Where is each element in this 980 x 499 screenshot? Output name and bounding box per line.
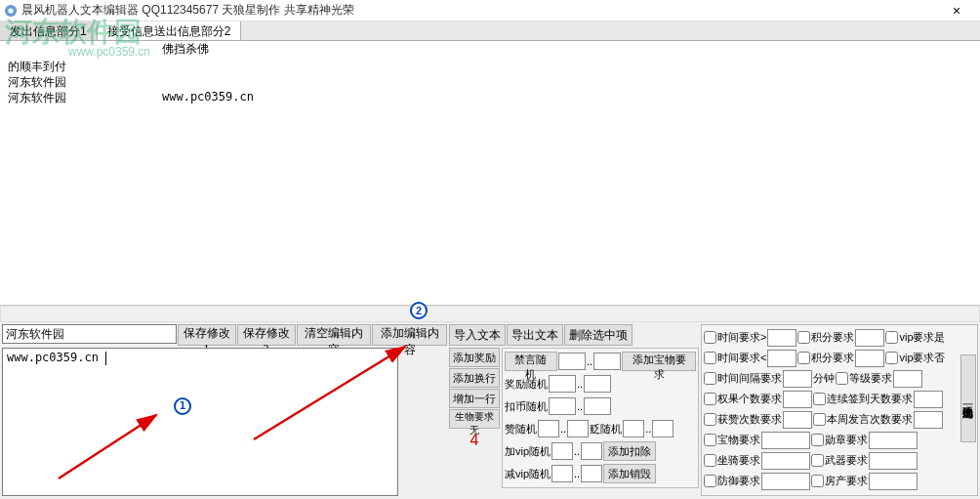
mount-label: 坐骑要求 (717, 453, 760, 468)
svg-point-1 (8, 8, 13, 13)
level-check[interactable] (836, 372, 848, 385)
random-panel: 禁言随机 .. 添加宝物要求 奖励随机 .. 扣币随机 .. 赞随机 .. 贬随… (502, 348, 699, 488)
interval-check[interactable] (704, 372, 716, 385)
import-text-button[interactable]: 导入文本 (449, 324, 506, 346)
property-check[interactable] (811, 475, 824, 487)
praise-check[interactable] (704, 413, 716, 426)
fruitcount-input[interactable] (783, 391, 812, 408)
subvip-random-label: 减vip随机 (505, 467, 551, 481)
horizontal-scrollbar[interactable] (0, 306, 980, 322)
vip-no-check[interactable] (885, 352, 898, 364)
export-text-button[interactable]: 导出文本 (507, 324, 563, 346)
list-row[interactable]: 河东软件园 www.pc0359.cn (8, 90, 972, 105)
clear-edit-button[interactable]: 清空编辑内容 (297, 324, 372, 346)
treasure-check[interactable] (704, 434, 716, 446)
add-treasure-req-button[interactable]: 添加宝物要求 (622, 352, 696, 371)
addvip-min-input[interactable] (551, 442, 573, 460)
bio-req-none-button[interactable]: 生物要求无 (449, 409, 500, 429)
weapon-check[interactable] (811, 454, 824, 467)
blame-min-input[interactable] (623, 420, 644, 437)
add-row-button[interactable]: 增加一行 (449, 389, 500, 408)
ban-min-input[interactable] (558, 353, 586, 370)
score-req2-check[interactable] (797, 352, 810, 364)
addvip-max-input[interactable] (581, 442, 602, 460)
signin-check[interactable] (813, 393, 826, 405)
left-column: 保存修改1 保存修改2 清空编辑内容 添加编辑内容 www.pc0359.cn … (2, 324, 447, 496)
time-lt-label: 时间要求< (717, 351, 766, 365)
time-lt-check[interactable] (704, 352, 716, 364)
ban-random-button[interactable]: 禁言随机 (505, 352, 557, 371)
list-row[interactable]: 的顺丰到付 (8, 59, 972, 74)
reward-max-input[interactable] (584, 375, 611, 393)
close-button[interactable]: × (937, 1, 976, 21)
titlebar: 晨风机器人文本编辑器 QQ112345677 天狼星制作 共享精神光荣 × (0, 0, 980, 21)
signin-label: 连续签到天数要求 (827, 392, 913, 406)
time-lt-input[interactable] (767, 350, 796, 367)
mount-check[interactable] (704, 454, 716, 467)
tab-send-part1[interactable]: 发出信息部分1 (0, 21, 98, 40)
list-view[interactable]: 的顺丰到付 河东软件园 河东软件园 www.pc0359.cn (0, 59, 980, 306)
signin-input[interactable] (914, 391, 943, 408)
weapon-input[interactable] (869, 452, 918, 470)
score-req2-input[interactable] (855, 350, 884, 367)
praise-label: 获赞次数要求 (717, 412, 782, 427)
save1-button[interactable]: 保存修改1 (178, 324, 236, 346)
range-dots: .. (577, 400, 583, 412)
time-gt-input[interactable] (767, 329, 796, 347)
tab-receive-send-part2[interactable]: 接受信息送出信息部分2 (98, 21, 242, 40)
level-label: 等级要求 (849, 371, 892, 386)
fruitcount-check[interactable] (704, 393, 716, 405)
defense-label: 防御要求 (717, 474, 760, 488)
medal-check[interactable] (811, 434, 824, 446)
subvip-min-input[interactable] (551, 465, 573, 482)
range-dots: .. (574, 468, 580, 479)
reward-min-input[interactable] (549, 375, 576, 393)
praise-min-input[interactable] (538, 420, 559, 437)
property-input[interactable] (869, 473, 918, 490)
vip-yes-check[interactable] (885, 331, 898, 344)
range-dots: .. (577, 378, 583, 390)
praise-input[interactable] (783, 411, 812, 429)
window-title: 晨风机器人文本编辑器 QQ112345677 天狼星制作 共享精神光荣 (21, 2, 937, 19)
list-row[interactable]: 河东软件园 (8, 74, 972, 90)
level-input[interactable] (893, 370, 922, 388)
weekspeak-input[interactable] (914, 411, 943, 429)
add-reward-button[interactable]: 添加奖励 (449, 348, 500, 367)
requirements-panel: 时间要求> 积分要求 vip要求是 时间要求< 积分要求 vip要求否 时间间隔… (701, 324, 978, 496)
add-edit-button[interactable]: 添加编辑内容 (372, 324, 447, 346)
time-gt-check[interactable] (704, 331, 716, 344)
save2-button[interactable]: 保存修改2 (237, 324, 296, 346)
confirm-add-options-button[interactable]: 确定统一添加选项 (960, 354, 976, 442)
medal-input[interactable] (869, 432, 918, 449)
defense-check[interactable] (704, 475, 716, 487)
medal-label: 勋章要求 (825, 433, 868, 447)
blame-max-input[interactable] (652, 420, 674, 437)
score-req1-check[interactable] (797, 331, 810, 344)
deduct-min-input[interactable] (549, 397, 576, 415)
ban-max-input[interactable] (593, 353, 621, 370)
app-icon (4, 4, 18, 18)
addvip-random-label: 加vip随机 (505, 444, 551, 459)
deduct-max-input[interactable] (584, 397, 611, 415)
add-newline-button[interactable]: 添加换行 (449, 368, 500, 388)
delete-selected-button[interactable]: 删除选中项 (564, 324, 633, 346)
interval-label: 时间间隔要求 (717, 371, 782, 386)
add-destroy-button[interactable]: 添加销毁 (603, 464, 656, 483)
name-input[interactable] (2, 324, 177, 344)
praise-max-input[interactable] (567, 420, 589, 437)
tab-bar: 发出信息部分1 接受信息送出信息部分2 (0, 21, 980, 41)
score-req1-input[interactable] (855, 329, 884, 347)
weekspeak-label: 本周发言次数要求 (827, 412, 913, 427)
defense-input[interactable] (761, 473, 810, 490)
praise-random-label: 赞随机 (505, 422, 537, 437)
add-deduct-button[interactable]: 添加扣除 (603, 441, 656, 461)
treasure-input[interactable] (761, 432, 810, 449)
interval-input[interactable] (783, 370, 812, 388)
subvip-max-input[interactable] (581, 465, 602, 482)
weekspeak-check[interactable] (813, 413, 826, 426)
blame-random-label: 贬随机 (590, 422, 622, 437)
range-dots: .. (560, 423, 566, 435)
edit-textarea[interactable]: www.pc0359.cn 1 (2, 348, 398, 496)
deduct-random-label: 扣币随机 (505, 399, 548, 414)
mount-input[interactable] (761, 452, 810, 470)
